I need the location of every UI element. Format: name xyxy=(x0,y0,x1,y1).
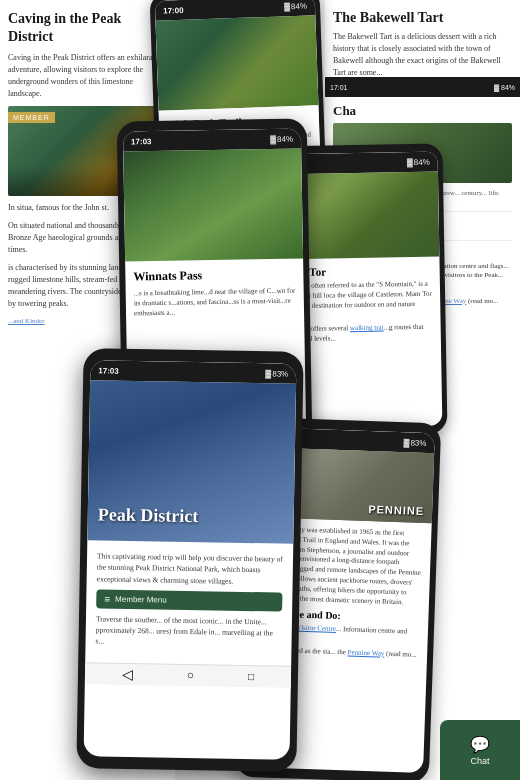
chat-panel[interactable]: 💬 Chat xyxy=(440,720,520,780)
left-panel-p1: Caving in the Peak District offers an ex… xyxy=(8,52,167,100)
phone2-battery: ▓ 84% xyxy=(270,134,293,143)
member-menu-button[interactable]: Member Menu xyxy=(96,589,282,611)
phone2-time: 17:03 xyxy=(131,137,152,146)
chat-icon: 💬 xyxy=(470,735,490,754)
right-panel-heading2: Cha xyxy=(333,103,512,119)
phone3-time: 17:03 xyxy=(98,366,119,375)
phone-peak-district-screen: 17:03 ▓ 83% This captivating road trip w… xyxy=(84,360,297,760)
phone4-battery: ▓ 83% xyxy=(404,438,427,448)
mini-battery: ▓ 84% xyxy=(494,84,515,91)
mini-statusbar: 17:01 ▓ 84% xyxy=(325,77,520,97)
chat-label: Chat xyxy=(470,756,489,766)
pennine-sign-overlay: PENNINE xyxy=(368,503,424,517)
phone1-battery: ▓ 84% xyxy=(284,1,307,11)
phone2-image xyxy=(123,148,303,261)
phone1-time: 17:00 xyxy=(163,5,184,15)
phone3-recents-icon[interactable]: □ xyxy=(248,671,254,682)
member-label: MEMBER xyxy=(8,112,55,123)
phone3-body1: This captivating road trip will help you… xyxy=(97,550,284,587)
phone3-home-icon[interactable]: ○ xyxy=(187,667,195,682)
phone3-body2: Traverse the souther... of the most icon… xyxy=(95,613,282,650)
right-panel-p1: The Bakewell Tart is a delicious dessert… xyxy=(333,31,512,79)
phone2-content: Winnats Pass ...s is a breathtaking lime… xyxy=(125,258,304,326)
phone2-title: Winnats Pass xyxy=(133,267,295,285)
phone3-back-icon[interactable]: ◁ xyxy=(122,665,133,682)
left-panel-heading: Caving in the Peak District xyxy=(8,10,167,46)
phone3-battery: ▓ 83% xyxy=(265,369,288,378)
right-panel-heading1: The Bakewell Tart xyxy=(333,10,512,26)
member-menu-label: Member Menu xyxy=(115,594,167,604)
phone1-image xyxy=(155,15,318,111)
phone2-body: ...s is a breathtaking lime...d near the… xyxy=(134,287,296,319)
phone3-content: This captivating road trip will help you… xyxy=(85,540,293,665)
phone5-battery: ▓ 84% xyxy=(407,157,430,166)
page-container: Caving in the Peak District Caving in th… xyxy=(0,0,520,780)
phone-peak-district: 17:03 ▓ 83% This captivating road trip w… xyxy=(76,348,303,772)
phone3-image xyxy=(87,380,296,544)
phone3-nav-bar: ◁ ○ □ xyxy=(85,662,291,688)
mini-time: 17:01 xyxy=(330,84,348,91)
